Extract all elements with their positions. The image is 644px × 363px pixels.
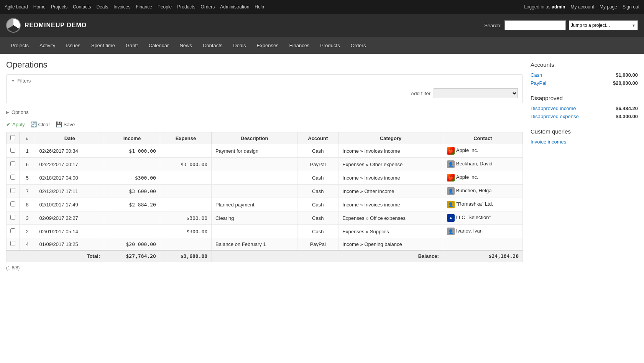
- row-income: $300.00: [104, 171, 160, 185]
- sidebar-invoice-incomes-row: Invoice incomes: [531, 138, 638, 146]
- sign-out-link[interactable]: Sign out: [623, 4, 639, 10]
- row-checkbox[interactable]: [10, 215, 15, 220]
- row-id: 3: [20, 211, 35, 225]
- nav-finance[interactable]: Finance: [136, 4, 152, 10]
- row-category: Expenses » Office expenses: [338, 211, 443, 225]
- row-id: 7: [20, 185, 35, 198]
- clear-button[interactable]: 🔄 Clear: [30, 121, 50, 127]
- subnav-finances[interactable]: Finances: [285, 39, 314, 52]
- nav-deals[interactable]: Deals: [96, 4, 108, 10]
- th-income: Income: [104, 132, 160, 144]
- row-checkbox[interactable]: [10, 241, 15, 246]
- pagination: (1-8/8): [6, 265, 523, 271]
- nav-administration[interactable]: Administration: [220, 4, 249, 10]
- avatar: 👤: [447, 201, 455, 208]
- row-description: Payment for design: [212, 144, 297, 158]
- row-checkbox-cell: [7, 158, 20, 171]
- subnav-products[interactable]: Products: [315, 39, 344, 52]
- row-account: Cash: [297, 198, 338, 211]
- logged-in-user: admin: [552, 4, 565, 10]
- jump-to-project-select[interactable]: Jump to a project...: [569, 20, 638, 30]
- subnav-contacts[interactable]: Contacts: [198, 39, 227, 52]
- search-input[interactable]: [504, 20, 566, 30]
- filters-label: Filters: [17, 78, 31, 84]
- sidebar-cash-link[interactable]: Cash: [531, 72, 542, 78]
- my-page-link[interactable]: My page: [600, 4, 617, 10]
- options-toggle[interactable]: ▶ Options: [6, 108, 523, 117]
- header-bar: REDMINEUP DEMO Search: Jump to a project…: [0, 14, 644, 37]
- table-row: 502/18/2017 04:00$300.00CashIncome » Inv…: [7, 171, 523, 185]
- nav-projects[interactable]: Projects: [51, 4, 67, 10]
- row-checkbox[interactable]: [10, 148, 15, 153]
- apply-button[interactable]: ✔ Apply: [6, 121, 25, 127]
- subnav-orders[interactable]: Orders: [346, 39, 371, 52]
- nav-help[interactable]: Help: [255, 4, 264, 10]
- subnav-projects[interactable]: Projects: [6, 39, 33, 52]
- row-id: 5: [20, 171, 35, 185]
- select-all-checkbox[interactable]: [10, 135, 15, 140]
- row-contact: 👤"Romashka" Ltd.: [443, 198, 522, 211]
- row-checkbox[interactable]: [10, 175, 15, 180]
- th-checkbox: [7, 132, 20, 144]
- subnav-news[interactable]: News: [175, 39, 197, 52]
- sidebar-invoice-incomes-link[interactable]: Invoice incomes: [531, 139, 566, 145]
- logged-in-label: Logged in as admin: [524, 4, 565, 10]
- row-checkbox-cell: [7, 144, 20, 158]
- row-checkbox[interactable]: [10, 201, 15, 206]
- row-id: 4: [20, 238, 35, 251]
- sidebar-cash-amount: $1,000.00: [616, 72, 638, 78]
- page-title: Operations: [6, 60, 523, 70]
- subnav-issues[interactable]: Issues: [61, 39, 85, 52]
- add-filter-select[interactable]: [434, 88, 518, 98]
- nav-invoices[interactable]: Invoices: [113, 4, 130, 10]
- filters-triangle-icon: ▼: [11, 79, 15, 83]
- row-income: [104, 211, 160, 225]
- options-label: Options: [12, 109, 29, 115]
- row-checkbox[interactable]: [10, 228, 15, 233]
- row-category: Expenses » Supplies: [338, 225, 443, 238]
- content-area: Operations ▼ Filters Add filter ▶ Option…: [6, 60, 523, 271]
- row-id: 2: [20, 225, 35, 238]
- nav-contacts[interactable]: Contacts: [73, 4, 91, 10]
- subnav-deals[interactable]: Deals: [228, 39, 250, 52]
- sidebar-paypal-link[interactable]: PayPal: [531, 80, 546, 86]
- subnav-activity[interactable]: Activity: [35, 39, 60, 52]
- th-expense: Expense: [160, 132, 211, 144]
- save-button[interactable]: 💾 Save: [56, 121, 75, 127]
- row-account: Cash: [297, 144, 338, 158]
- subnav-spent-time[interactable]: Spent time: [87, 39, 120, 52]
- total-balance: $24,184.20: [443, 250, 522, 262]
- nav-orders[interactable]: Orders: [201, 4, 215, 10]
- row-category: Income » Invoices income: [338, 144, 443, 158]
- nav-agile-board[interactable]: Agile board: [5, 4, 28, 10]
- avatar: 🍎: [447, 147, 455, 155]
- row-account: PayPal: [297, 238, 338, 251]
- row-date: 02/13/2017 17:11: [35, 185, 104, 198]
- nav-people[interactable]: People: [158, 4, 172, 10]
- row-category: Income » Invoices income: [338, 171, 443, 185]
- subnav-expenses[interactable]: Expenses: [252, 39, 283, 52]
- row-income: [104, 225, 160, 238]
- row-checkbox[interactable]: [10, 161, 15, 166]
- action-buttons: ✔ Apply 🔄 Clear 💾 Save: [6, 118, 523, 132]
- subnav-gantt[interactable]: Gantt: [121, 39, 143, 52]
- subnav-calendar[interactable]: Calendar: [144, 39, 174, 52]
- sidebar-accounts-section: Accounts Cash $1,000.00 PayPal $20,000.0…: [531, 61, 638, 87]
- filters-toggle[interactable]: ▼ Filters: [11, 78, 518, 84]
- row-description: [212, 158, 297, 171]
- top-navigation: Agile board Home Projects Contacts Deals…: [0, 0, 644, 14]
- sidebar-custom-queries-title: Custom queries: [531, 128, 638, 135]
- apply-label: Apply: [12, 122, 25, 127]
- row-account: Cash: [297, 185, 338, 198]
- row-category: Income » Opening balance: [338, 238, 443, 251]
- sidebar-disapproved-income-link[interactable]: Disapproved income: [531, 106, 576, 111]
- nav-products[interactable]: Products: [177, 4, 195, 10]
- avatar: ●: [447, 214, 455, 222]
- th-description: Description: [212, 132, 297, 144]
- my-account-link[interactable]: My account: [571, 4, 594, 10]
- row-checkbox[interactable]: [10, 188, 15, 193]
- row-contact: [443, 238, 522, 251]
- row-income: [104, 158, 160, 171]
- nav-home[interactable]: Home: [33, 4, 46, 10]
- sidebar-disapproved-expense-link[interactable]: Disapproved expense: [531, 114, 579, 119]
